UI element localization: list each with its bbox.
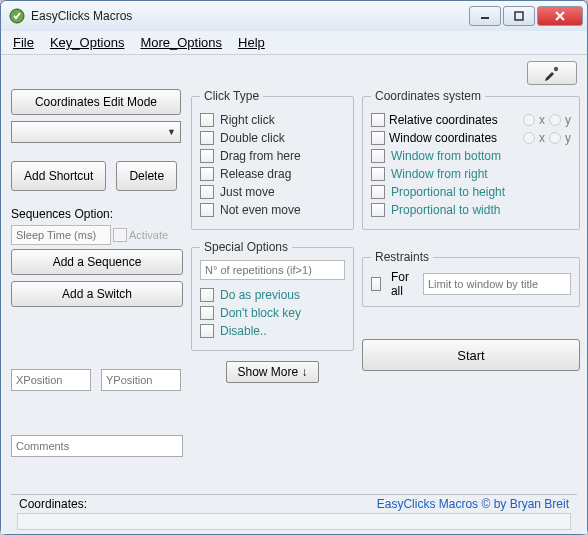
- relative-y-radio[interactable]: [549, 114, 561, 126]
- app-window: EasyClicks Macros File Key_Options More_…: [0, 0, 588, 535]
- double-click-checkbox[interactable]: [200, 131, 214, 145]
- minimize-button[interactable]: [469, 6, 501, 26]
- window-title: EasyClicks Macros: [31, 9, 467, 23]
- picker-tool-button[interactable]: [527, 61, 577, 85]
- window-from-right-label: Window from right: [391, 167, 488, 181]
- show-more-button[interactable]: Show More ↓: [226, 361, 318, 383]
- close-button[interactable]: [537, 6, 583, 26]
- do-as-previous-label: Do as previous: [220, 288, 300, 302]
- proportional-width-checkbox[interactable]: [371, 203, 385, 217]
- proportional-height-label: Proportional to height: [391, 185, 505, 199]
- titlebar[interactable]: EasyClicks Macros: [1, 1, 587, 31]
- dont-block-key-checkbox[interactable]: [200, 306, 214, 320]
- proportional-height-checkbox[interactable]: [371, 185, 385, 199]
- window-controls: [467, 6, 583, 26]
- svg-rect-2: [515, 12, 523, 20]
- relative-coordinates-label: Relative coordinates: [389, 113, 519, 127]
- special-options-group: Special Options Do as previous Don't blo…: [191, 240, 354, 351]
- middle-panel: Click Type Right click Double click Drag…: [191, 89, 354, 494]
- window-from-bottom-checkbox[interactable]: [371, 149, 385, 163]
- delete-button[interactable]: Delete: [116, 161, 177, 191]
- sequences-option-label: Sequences Option:: [11, 207, 183, 221]
- add-sequence-button[interactable]: Add a Sequence: [11, 249, 183, 275]
- drag-from-here-checkbox[interactable]: [200, 149, 214, 163]
- menu-file[interactable]: File: [7, 33, 40, 52]
- window-y-radio[interactable]: [549, 132, 561, 144]
- activate-label: Activate: [129, 229, 168, 241]
- click-type-group: Click Type Right click Double click Drag…: [191, 89, 354, 230]
- right-click-label: Right click: [220, 113, 275, 127]
- disable-label: Disable..: [220, 324, 267, 338]
- proportional-width-label: Proportional to width: [391, 203, 500, 217]
- start-button[interactable]: Start: [362, 339, 580, 371]
- coordinates-system-group: Coordinates system Relative coordinates …: [362, 89, 580, 230]
- release-drag-label: Release drag: [220, 167, 291, 181]
- window-x-radio[interactable]: [523, 132, 535, 144]
- release-drag-checkbox[interactable]: [200, 167, 214, 181]
- dont-block-key-label: Don't block key: [220, 306, 301, 320]
- left-panel: Coordinates Edit Mode Add Shortcut Delet…: [11, 89, 183, 494]
- repetitions-input[interactable]: [200, 260, 345, 280]
- right-click-checkbox[interactable]: [200, 113, 214, 127]
- sleep-time-input[interactable]: [11, 225, 111, 245]
- shortcut-select[interactable]: [11, 121, 181, 143]
- coordinates-status-label: Coordinates:: [19, 497, 87, 511]
- disable-checkbox[interactable]: [200, 324, 214, 338]
- right-panel: Coordinates system Relative coordinates …: [362, 89, 580, 494]
- menubar: File Key_Options More_Options Help: [1, 31, 587, 55]
- just-move-label: Just move: [220, 185, 275, 199]
- window-coordinates-checkbox[interactable]: [371, 131, 385, 145]
- menu-help[interactable]: Help: [232, 33, 271, 52]
- eyedropper-icon: [543, 65, 561, 81]
- click-type-legend: Click Type: [200, 89, 263, 103]
- for-all-label: For all: [391, 270, 413, 298]
- for-all-checkbox[interactable]: [371, 277, 381, 291]
- statusbar: Coordinates: EasyClicks Macros © by Brya…: [11, 494, 577, 530]
- maximize-button[interactable]: [503, 6, 535, 26]
- menu-more-options[interactable]: More_Options: [134, 33, 228, 52]
- restraints-legend: Restraints: [371, 250, 433, 264]
- activate-checkbox[interactable]: [113, 228, 127, 242]
- limit-window-input[interactable]: [423, 273, 571, 295]
- special-options-legend: Special Options: [200, 240, 292, 254]
- just-move-checkbox[interactable]: [200, 185, 214, 199]
- drag-from-here-label: Drag from here: [220, 149, 301, 163]
- coordinates-system-legend: Coordinates system: [371, 89, 485, 103]
- window-from-right-checkbox[interactable]: [371, 167, 385, 181]
- svg-point-5: [554, 67, 558, 71]
- relative-x-radio[interactable]: [523, 114, 535, 126]
- menu-key-options[interactable]: Key_Options: [44, 33, 130, 52]
- comments-input[interactable]: [11, 435, 183, 457]
- app-icon: [9, 8, 25, 24]
- client-area: Coordinates Edit Mode Add Shortcut Delet…: [1, 55, 587, 534]
- add-shortcut-button[interactable]: Add Shortcut: [11, 161, 106, 191]
- yposition-input[interactable]: [101, 369, 181, 391]
- window-coordinates-label: Window coordinates: [389, 131, 519, 145]
- not-even-move-checkbox[interactable]: [200, 203, 214, 217]
- window-from-bottom-label: Window from bottom: [391, 149, 501, 163]
- coordinates-edit-mode-button[interactable]: Coordinates Edit Mode: [11, 89, 181, 115]
- add-switch-button[interactable]: Add a Switch: [11, 281, 183, 307]
- xposition-input[interactable]: [11, 369, 91, 391]
- do-as-previous-checkbox[interactable]: [200, 288, 214, 302]
- restraints-group: Restraints For all: [362, 250, 580, 307]
- relative-coordinates-checkbox[interactable]: [371, 113, 385, 127]
- status-strip: [17, 513, 571, 530]
- not-even-move-label: Not even move: [220, 203, 301, 217]
- double-click-label: Double click: [220, 131, 285, 145]
- credit-label: EasyClicks Macros © by Bryan Breit: [377, 497, 569, 511]
